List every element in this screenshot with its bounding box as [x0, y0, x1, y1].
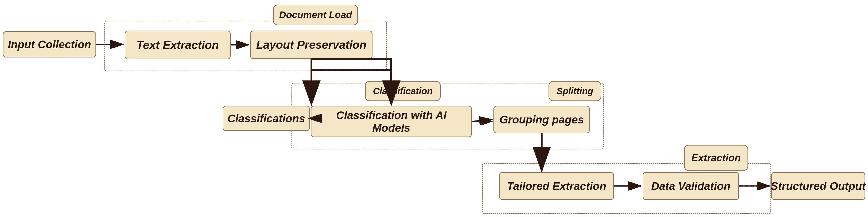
diagram-container: Input Collection Text Extraction Layout …	[0, 0, 868, 217]
text-extraction-node: Text Extraction	[125, 31, 231, 59]
tailored-extraction-node: Tailored Extraction	[499, 172, 614, 200]
structured-output-node: Structured Output	[771, 172, 865, 200]
classifications-input-node: Classifications	[223, 106, 310, 131]
input-collection-node: Input Collection	[3, 31, 96, 57]
classification-label-node: Classification	[365, 81, 441, 101]
splitting-label-node: Splitting	[549, 81, 601, 101]
layout-preservation-node: Layout Preservation	[250, 31, 372, 59]
document-load-node: Document Load	[273, 5, 358, 25]
data-validation-node: Data Validation	[643, 172, 739, 200]
extraction-label-node: Extraction	[684, 145, 748, 171]
classification-ai-node: Classification with AI Models	[311, 106, 472, 137]
grouping-pages-node: Grouping pages	[493, 106, 590, 133]
